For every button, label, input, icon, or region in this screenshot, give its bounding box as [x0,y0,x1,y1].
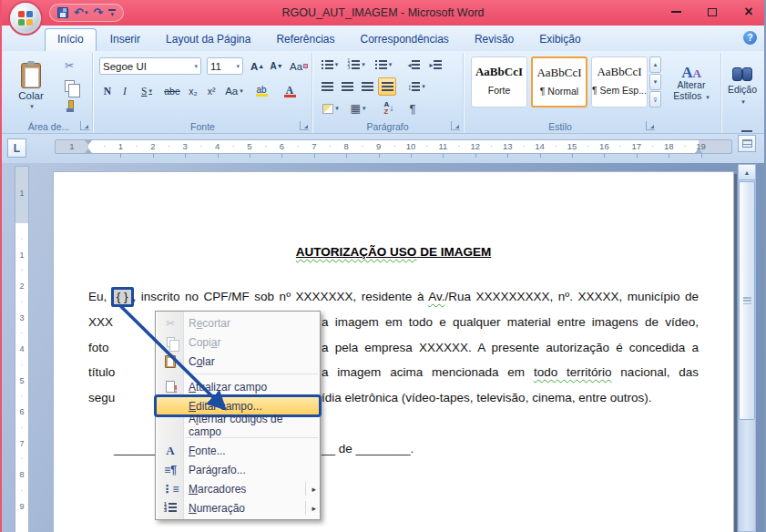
line-spacing-button[interactable]: ↕▾ [403,77,429,96]
font-icon: A [161,443,179,458]
font-family-combo[interactable]: Segoe UI ▾ [99,57,201,75]
decrease-indent-button[interactable]: ◂ [403,56,424,74]
menu-item-label: Fonte... [189,445,226,457]
font-color-button[interactable]: A [276,82,303,100]
vertical-scrollbar[interactable]: ▲ [738,164,756,532]
paragraph-icon: ≡¶ [161,462,179,477]
scrollbar-thumb[interactable] [739,181,755,420]
ruler-tick [637,154,638,158]
menu-item-atualizar-campo[interactable]: Atualizar campo [156,377,320,396]
tab-exibicao[interactable]: Exibição [527,28,592,51]
editing-button[interactable]: Edição ▾ [725,56,760,117]
styles-dialog-launcher[interactable] [646,121,655,130]
submenu-arrow-icon: ▸ [305,501,316,515]
highlight-button[interactable]: ab [249,82,274,100]
paste-caret-icon: ▾ [30,103,34,110]
style-card-2[interactable]: AaBbCcI¶ Normal [531,56,587,107]
grow-font-button[interactable]: A▲ [249,57,266,75]
office-button[interactable] [8,1,43,36]
maximize-button[interactable] [704,4,720,20]
menu-item-label: Copiar [189,336,220,349]
bold-button[interactable]: N [99,82,116,100]
change-case-caret-icon: ▾ [240,87,243,95]
strikethrough-button[interactable]: abe [161,82,183,100]
align-left-button[interactable] [318,77,336,96]
split-window-handle[interactable] [738,128,756,134]
shading-button[interactable]: ▾ [318,99,343,118]
tab-correspondencias[interactable]: Correspondências [348,28,460,51]
menu-item-fonte[interactable]: AFonte... [156,441,320,460]
style-card-3[interactable]: AaBbCcI¶ Sem Esp... [591,56,648,107]
subscript-button[interactable]: x₂ [185,82,201,100]
tab-layout-da-pagina[interactable]: Layout da Página [154,28,262,51]
vertical-ruler[interactable]: 11·2·3·4·5·6·7·8·9· [15,166,29,532]
styles-scroll-down-button[interactable]: ▼ [649,74,661,90]
paste-icon [165,355,176,368]
superscript-button[interactable]: x² [203,82,220,100]
close-button[interactable]: × [740,4,757,20]
ruler-dot: · [651,141,655,150]
copy-button[interactable] [58,77,80,95]
menu-item-alternar-códigos-de-campo[interactable]: Alternar códigos de campo [156,415,320,435]
font-size-combo[interactable]: 11 ▾ [207,57,243,75]
ruler-dot: · [329,141,332,150]
doc-line-2-left: XXX [88,315,113,332]
horizontal-ruler[interactable]: 11·2·3·4·5·6·7·8·9·10·11·12·13·14·15·16·… [55,139,732,154]
paste-button[interactable]: Colar ▾ [11,56,51,117]
ruler-tick [218,154,219,158]
justify-button[interactable] [378,77,396,96]
paragraph-dialog-launcher[interactable] [451,121,460,130]
ruler-number: 7 [309,141,320,151]
shrink-font-button[interactable]: A▼ [268,57,285,75]
cut-button[interactable]: ✂ [58,56,80,75]
change-styles-icon: AA [681,67,701,79]
sort-button[interactable]: AZ↓ [378,99,400,118]
menu-item-colar[interactable]: Colar [156,352,320,371]
styles-scroll-up-button[interactable]: ▲ [649,56,661,73]
ruler-toggle-button[interactable] [738,135,756,152]
clipboard-dialog-launcher[interactable] [80,121,89,130]
menu-item-numeração[interactable]: 1 2 3Numeração▸ [156,498,320,517]
increase-indent-button[interactable]: ▸ [425,56,445,74]
find-binoculars-icon [732,67,752,80]
bullets-button[interactable]: ▾ [318,56,342,74]
paragraph-icon: ≡¶ [164,464,177,476]
help-button[interactable]: ? [743,31,757,45]
ruler-number: 4 [15,344,28,353]
scroll-up-button[interactable]: ▲ [739,165,755,180]
styles-gallery-more-button[interactable]: ⊽ [649,91,661,107]
format-painter-button[interactable] [58,97,80,115]
style-card-1[interactable]: AaBbCcIForte [471,56,527,107]
menu-item-recortar[interactable]: ✂Recortar [156,313,320,332]
numbering-button[interactable]: 1 2 3▾ [343,56,369,74]
align-right-button[interactable] [358,77,376,96]
align-center-button[interactable] [338,77,356,96]
ruler-number: 1 [15,189,28,198]
menu-item-icon-empty [161,399,179,414]
underline-button[interactable]: S▾ [134,82,159,100]
tab-inserir[interactable]: Inserir [98,28,152,51]
menu-item-parágrafo[interactable]: ≡¶Parágrafo... [156,460,320,479]
tab-inicio[interactable]: Início [45,28,97,51]
first-line-indent-marker[interactable] [84,139,93,145]
hanging-indent-marker[interactable] [84,148,93,154]
ruler-number: 5 [244,141,255,151]
change-case-button[interactable]: Aa▾ [221,82,247,100]
font-color-bar [284,95,296,97]
menu-item-copiar[interactable]: Copiar [156,332,320,352]
minimize-button[interactable] [668,4,684,20]
ruler-tick [540,154,541,158]
menu-item-marcadores[interactable]: ⋮≡Marcadores▸ [156,479,320,498]
font-dialog-launcher[interactable] [300,121,309,130]
tab-revisao[interactable]: Revisão [463,28,526,51]
change-styles-button[interactable]: AA Alterar Estilos ▾ [666,56,717,113]
show-hide-pilcrow-button[interactable]: ¶ [403,99,422,118]
italic-button[interactable]: I [117,82,132,100]
field-code[interactable]: { } [111,287,134,307]
bullets-icon: ⋮≡ [161,483,179,496]
clear-formatting-button[interactable]: Aa [289,57,309,75]
tab-stop-selector[interactable]: L [7,138,26,158]
multilevel-list-button[interactable]: ▾ [371,56,396,74]
borders-button[interactable]: ▦▾ [345,99,371,118]
tab-referencias[interactable]: Referências [264,28,346,51]
